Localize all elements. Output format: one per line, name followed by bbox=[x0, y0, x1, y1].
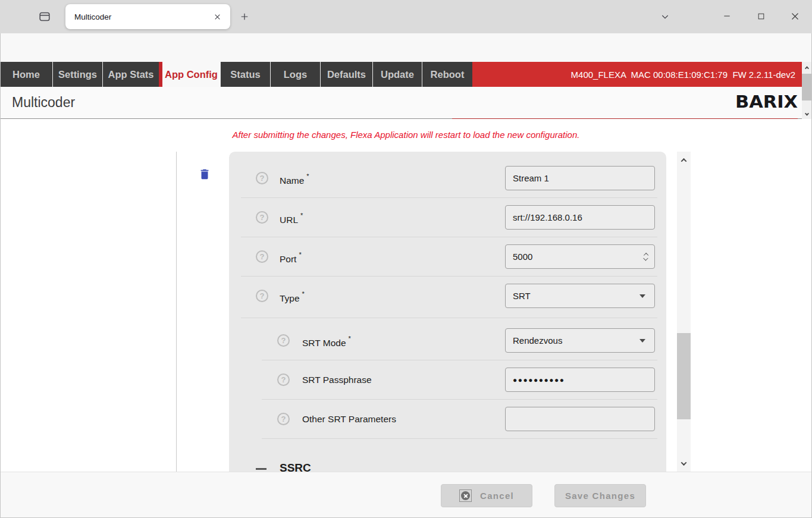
url-label: URL* bbox=[280, 205, 300, 232]
page-header: Multicoder BARIX bbox=[0, 87, 812, 119]
nav-item-reboot[interactable]: Reboot bbox=[422, 62, 472, 87]
stream-form-panel: ? Name* ? URL* ? Port* ? Type* SRT bbox=[229, 152, 666, 472]
other-srt-parameters-label: Other SRT Parameters bbox=[302, 407, 396, 431]
srt-passphrase-label: SRT Passphrase bbox=[302, 368, 372, 392]
row-divider bbox=[241, 276, 657, 277]
required-asterisk: * bbox=[306, 172, 309, 180]
tab-title: Multicoder bbox=[74, 12, 230, 21]
device-info: M400_FLEXA MAC 00:08:E1:09:C1:79 FW 2.2.… bbox=[571, 70, 795, 80]
scrollbar-thumb[interactable] bbox=[677, 333, 691, 419]
device-info-bar: M400_FLEXA MAC 00:08:E1:09:C1:79 FW 2.2.… bbox=[472, 62, 812, 87]
nav-item-defaults[interactable]: Defaults bbox=[320, 62, 372, 87]
firefox-view-icon[interactable] bbox=[37, 10, 52, 24]
window-close-button[interactable] bbox=[785, 6, 805, 26]
name-input[interactable] bbox=[505, 166, 655, 190]
browser-window: Multicoder bbox=[0, 0, 812, 518]
tab-close-icon[interactable] bbox=[211, 11, 223, 23]
dropdown-caret-icon bbox=[639, 294, 645, 298]
window-maximize-button[interactable] bbox=[751, 6, 771, 26]
nav-item-settings[interactable]: Settings bbox=[52, 62, 102, 87]
required-asterisk: * bbox=[299, 251, 301, 258]
window-minimize-button[interactable] bbox=[717, 6, 737, 26]
type-label: Type* bbox=[280, 284, 302, 310]
required-asterisk: * bbox=[300, 212, 303, 219]
barix-logo: BARIX bbox=[735, 92, 798, 112]
restart-notice: After submitting the changes, Flexa Appl… bbox=[0, 130, 812, 140]
nav-item-home[interactable]: Home bbox=[0, 62, 52, 87]
help-icon[interactable]: ? bbox=[256, 250, 268, 263]
required-asterisk: * bbox=[302, 290, 305, 297]
scroll-up-button[interactable] bbox=[677, 155, 691, 165]
cancel-button[interactable]: Cancel bbox=[441, 484, 532, 507]
ssrc-section-heading: SSRC bbox=[280, 462, 311, 472]
scroll-down-button[interactable] bbox=[677, 459, 691, 468]
srt-passphrase-input[interactable] bbox=[505, 368, 655, 392]
nav-item-logs[interactable]: Logs bbox=[270, 62, 320, 87]
row-divider bbox=[262, 360, 657, 360]
row-divider bbox=[262, 399, 657, 400]
help-icon[interactable]: ? bbox=[256, 211, 268, 224]
required-asterisk: * bbox=[349, 335, 351, 342]
help-icon[interactable]: ? bbox=[256, 172, 268, 184]
help-icon[interactable]: ? bbox=[277, 413, 290, 425]
port-input[interactable] bbox=[506, 245, 644, 268]
config-content: After submitting the changes, Flexa Appl… bbox=[0, 119, 812, 472]
form-footer: Cancel Save Changes bbox=[0, 472, 812, 518]
type-select[interactable]: SRT bbox=[505, 284, 655, 308]
new-tab-button[interactable] bbox=[237, 10, 252, 24]
help-icon[interactable]: ? bbox=[277, 334, 290, 347]
app-nav: Home Settings App Stats App Config Statu… bbox=[0, 62, 812, 87]
nav-item-app-stats[interactable]: App Stats bbox=[102, 62, 159, 87]
help-icon[interactable]: ? bbox=[256, 290, 268, 302]
port-field bbox=[505, 244, 655, 269]
content-scrollbar[interactable] bbox=[677, 152, 691, 472]
trash-icon bbox=[198, 167, 211, 181]
row-divider bbox=[241, 318, 657, 318]
nav-item-app-config[interactable]: App Config bbox=[159, 62, 220, 87]
stream-card-border bbox=[176, 152, 177, 472]
url-input[interactable] bbox=[505, 205, 655, 230]
page-title: Multicoder bbox=[12, 95, 75, 111]
window-border bbox=[0, 33, 1, 518]
cancel-x-icon bbox=[459, 489, 472, 502]
delete-stream-button[interactable] bbox=[197, 167, 212, 182]
row-divider bbox=[241, 197, 657, 198]
row-divider bbox=[241, 237, 657, 237]
scrollbar-thumb[interactable] bbox=[802, 74, 812, 101]
scroll-up-button[interactable] bbox=[802, 62, 812, 72]
collapse-section-icon[interactable] bbox=[256, 468, 267, 470]
port-label: Port* bbox=[280, 244, 299, 271]
name-label: Name* bbox=[280, 166, 307, 193]
nav-item-status[interactable]: Status bbox=[220, 62, 270, 87]
number-stepper-icon[interactable] bbox=[644, 253, 648, 261]
browser-toolbar: 192.168.0.19/cgi-bin/index.cgi 90% bbox=[0, 33, 812, 62]
nav-item-update[interactable]: Update bbox=[372, 62, 422, 87]
tab-bar: Multicoder bbox=[0, 0, 812, 33]
row-divider bbox=[262, 438, 657, 439]
frame-scrollbar[interactable] bbox=[802, 62, 812, 120]
scroll-down-button[interactable] bbox=[802, 109, 812, 119]
srt-mode-select[interactable]: Rendezvous bbox=[505, 328, 655, 353]
other-srt-parameters-input[interactable] bbox=[505, 407, 655, 431]
srt-mode-label: SRT Mode* bbox=[302, 328, 349, 355]
help-icon[interactable]: ? bbox=[277, 373, 290, 386]
save-changes-button[interactable]: Save Changes bbox=[554, 484, 646, 507]
list-all-tabs-icon[interactable] bbox=[657, 10, 673, 24]
dropdown-caret-icon bbox=[639, 339, 645, 343]
browser-tab[interactable]: Multicoder bbox=[65, 4, 230, 29]
